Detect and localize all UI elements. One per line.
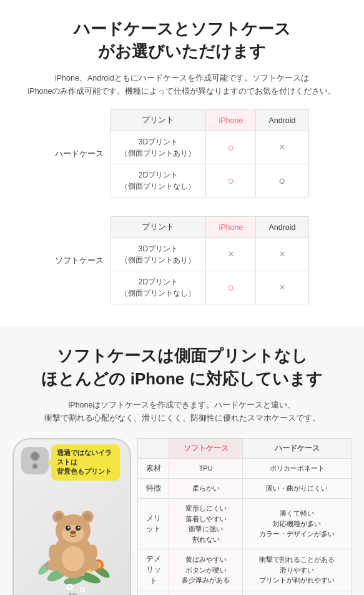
print-type: 3Dプリント（側面プリントあり） (111, 131, 206, 164)
iphone-mark: ○ (206, 164, 256, 198)
hard-value: ポリカーボネート (243, 458, 352, 478)
section2: ソフトケースは側面プリントなしほとんどの iPhone に対応しています iPh… (0, 327, 364, 595)
phone-mockup: 透過ではないイラストは背景色もプリント (12, 438, 131, 595)
soft-case-label: ソフトケース (55, 216, 110, 304)
svg-point-22 (69, 585, 72, 588)
hard-case-table: プリント iPhone Android 3Dプリント（側面プリントあり） ○ ×… (110, 109, 308, 198)
subtitle-text: iPhone、Androidともにハードケースを作成可能です。ソフトケースはiP… (12, 72, 352, 99)
col-soft: ソフトケース (169, 438, 243, 458)
iphone-mark: ○ (206, 131, 256, 164)
hard-case-label: ハードケース (55, 109, 110, 198)
svg-point-30 (84, 513, 91, 521)
feature-label: デメリット (138, 549, 169, 591)
svg-point-39 (47, 559, 58, 571)
phone-tooltip: 透過ではないイラストは背景色もプリント (51, 444, 120, 481)
section2-subtitle: iPhoneはソフトケースを作成できます。ハードケースと違い、衝撃で割れる心配が… (12, 399, 352, 426)
soft-value: iPhone (169, 591, 243, 595)
table-row: 2Dプリント（側面プリントなし） ○ ○ (111, 164, 308, 198)
print-type: 3Dプリント（側面プリントあり） (111, 238, 206, 271)
section1: ハードケースとソフトケースがお選びいただけます iPhone、Androidとも… (0, 0, 364, 314)
table-row: 3Dプリント（側面プリントあり） ○ × (111, 131, 308, 164)
phone-table-layout: 透過ではないイラストは背景色もプリント (12, 438, 352, 595)
svg-point-36 (70, 531, 76, 534)
svg-point-41 (62, 546, 84, 571)
feature-table-wrap: ソフトケース ハードケース 素材 TPU ポリカーボネート 特徴 柔らかい 固い… (137, 438, 352, 595)
col-print: プリント (111, 217, 206, 238)
table-row: 素材 TPU ポリカーボネート (138, 458, 352, 478)
col-hard: ハードケース (243, 438, 352, 458)
hard-value: iPhone/Android (243, 591, 352, 595)
print-type: 2Dプリント（側面プリントなし） (111, 271, 206, 304)
soft-case-block: ソフトケース プリント iPhone Android 3Dプリント（側面プリント… (12, 216, 352, 304)
col-iphone: iPhone (206, 217, 256, 238)
svg-point-34 (68, 526, 70, 528)
feature-table: ソフトケース ハードケース 素材 TPU ポリカーボネート 特徴 柔らかい 固い… (137, 438, 352, 595)
hard-case-block: ハードケース プリント iPhone Android 3Dプリント（側面プリント… (12, 109, 352, 198)
soft-value: 柔らかい (169, 478, 243, 498)
col-android: Android (256, 217, 308, 238)
col-print: プリント (111, 110, 206, 131)
col-iphone: iPhone (206, 110, 256, 131)
android-mark: × (256, 131, 308, 164)
hard-value: 薄くて軽い対応機種が多いカラー・デザインが多い (243, 499, 352, 549)
svg-point-35 (78, 526, 80, 528)
section2-title: ソフトケースは側面プリントなしほとんどの iPhone に対応しています (12, 344, 352, 390)
camera-lens (30, 451, 40, 461)
soft-value: TPU (169, 458, 243, 478)
phone-side: 透過ではないイラストは背景色もプリント (12, 438, 131, 595)
col-empty (138, 438, 169, 458)
bear-illustration: Bitte Milbe (20, 474, 126, 595)
soft-case-table: プリント iPhone Android 3Dプリント（側面プリントあり） × ×… (110, 216, 308, 304)
svg-point-24 (81, 589, 84, 591)
svg-point-40 (88, 559, 99, 571)
phone-camera (21, 447, 49, 474)
print-type: 2Dプリント（側面プリントなし） (111, 164, 206, 198)
col-android: Android (256, 110, 308, 131)
android-mark: × (256, 271, 308, 304)
feature-label: 素材 (138, 458, 169, 478)
android-mark: × (256, 238, 308, 271)
svg-text:Bitte: Bitte (69, 592, 77, 595)
soft-value: 黄ばみやすいボタンが硬い多少厚みがある (169, 549, 243, 591)
table-row: メリット 変形しにくい落着しやすい衝撃に強い割れない 薄くて軽い対応機種が多いカ… (138, 499, 352, 549)
hard-value: 固い・曲がりにくい (243, 478, 352, 498)
table-row: 特徴 柔らかい 固い・曲がりにくい (138, 478, 352, 498)
main-title: ハードケースとソフトケースがお選びいただけます (12, 18, 352, 63)
feature-label: 対応機種 (138, 591, 169, 595)
hard-value: 衝撃で割れることがある滑りやすいプリントが剥がれやすい (243, 549, 352, 591)
iphone-mark: × (206, 238, 256, 271)
camera-lens-small (32, 463, 38, 469)
table-row: 対応機種 iPhone iPhone/Android (138, 591, 352, 595)
feature-label: メリット (138, 499, 169, 549)
android-mark: ○ (256, 164, 308, 198)
iphone-mark: ○ (206, 271, 256, 304)
table-row: 3Dプリント（側面プリントあり） × × (111, 238, 308, 271)
table-row: 2Dプリント（側面プリントなし） ○ × (111, 271, 308, 304)
svg-point-28 (55, 513, 62, 521)
feature-label: 特徴 (138, 478, 169, 498)
soft-value: 変形しにくい落着しやすい衝撃に強い割れない (169, 499, 243, 549)
table-row: デメリット 黄ばみやすいボタンが硬い多少厚みがある 衝撃で割れることがある滑りや… (138, 549, 352, 591)
